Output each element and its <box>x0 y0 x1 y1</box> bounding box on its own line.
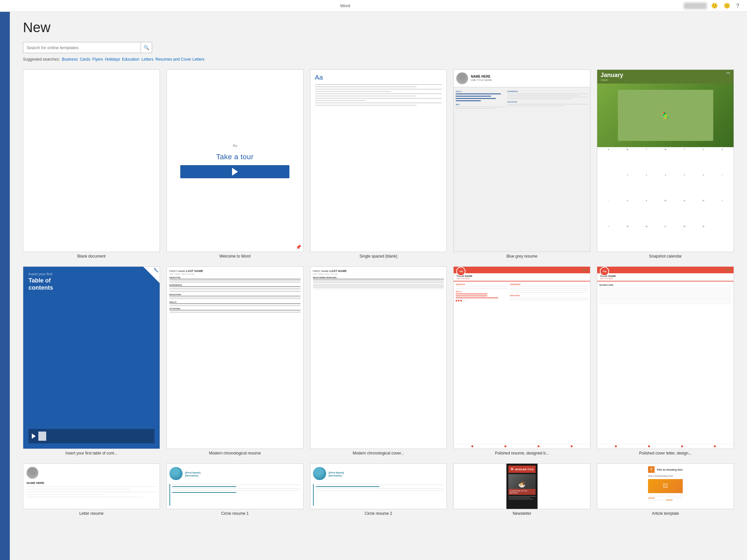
mcr-experience: EXPERIENCE <box>170 284 301 292</box>
template-nl-thumb[interactable]: ✕ HEADLINE TITLE 🍜 TO RESPOND TO THIS ME… <box>453 463 590 509</box>
toc-arrow-icon <box>32 433 36 439</box>
ss-line-2 <box>315 86 417 87</box>
template-pc-thumb[interactable]: YN MOO YOUR NAME JOB TITLE HERE RECIPIEN… <box>597 266 734 449</box>
template-single-spaced-thumb[interactable]: Aa <box>310 70 447 252</box>
smile-icon[interactable]: 🙂 <box>710 2 719 9</box>
suggested-holidays[interactable]: Holidays <box>105 57 120 61</box>
pr-dots <box>456 300 509 301</box>
template-modern-chrono-resume[interactable]: FIRST NAME LAST NAME email · website · p… <box>166 266 304 455</box>
template-cal-thumb[interactable]: January YEAR Title 🦜 S M T W <box>597 70 734 252</box>
template-letter-resume[interactable]: NAME HERE Letter resume <box>23 463 160 516</box>
suggested-flyers[interactable]: Flyers <box>92 57 103 61</box>
cal-dh-t1: T <box>637 149 656 173</box>
cal-title-section: Title <box>726 72 730 74</box>
top-bar-right: 🙂 🙁 ? <box>684 2 741 9</box>
template-modern-chrono-cover[interactable]: FIRST NAME LAST NAME email · website · p… <box>310 266 447 455</box>
cr1-header: [First Name] [Surname] <box>170 467 301 481</box>
pr-content: YN MOO YOUR NAME JOB TITLE HERE OBJECTIV… <box>454 267 590 449</box>
page-title: New <box>23 20 734 35</box>
cr1-l5 <box>172 492 236 493</box>
cr1-name-block: [First Name] [Surname] <box>185 471 201 477</box>
pr-left-col: OBJECTIVE SKILLS <box>456 283 509 444</box>
template-welcome-to-word[interactable]: Aa Take a tour 📌 Welcome to Word <box>166 70 304 259</box>
template-art-label: Article template <box>652 511 679 516</box>
template-lr-thumb[interactable]: NAME HERE <box>23 463 160 509</box>
pc-l4 <box>599 294 731 294</box>
template-polished-resume[interactable]: YN MOO YOUR NAME JOB TITLE HERE OBJECTIV… <box>453 266 590 455</box>
template-newsletter[interactable]: ✕ HEADLINE TITLE 🍜 TO RESPOND TO THIS ME… <box>453 463 590 516</box>
cr2-firstname: [First Name] <box>329 471 344 474</box>
pc-top-bar: YN MOO <box>597 267 733 273</box>
template-circle-resume-1[interactable]: [First Name] [Surname] Circle resume 1 <box>166 463 304 516</box>
template-single-spaced[interactable]: Aa Single spaced (blank) <box>310 70 447 259</box>
lr-line-1 <box>27 486 156 487</box>
frown-icon[interactable]: 🙁 <box>722 2 731 9</box>
toc-insert-text: Insert your first <box>28 272 154 276</box>
template-art-thumb[interactable]: T Title as Heading Size Add a SubHeading… <box>597 463 734 509</box>
pr-footer-dot-4 <box>571 445 573 447</box>
cal-dh-m: M <box>618 149 637 173</box>
template-polished-cover[interactable]: YN MOO YOUR NAME JOB TITLE HERE RECIPIEN… <box>597 266 734 455</box>
search-button[interactable]: 🔍 <box>141 42 152 53</box>
suggested-business[interactable]: Business <box>62 57 78 61</box>
cr1-firstname: [First Name] <box>185 471 201 474</box>
template-snapshot-calendar[interactable]: January YEAR Title 🦜 S M T W <box>597 70 734 259</box>
template-article[interactable]: T Title as Heading Size Add a SubHeading… <box>597 463 734 516</box>
cr1-photo <box>170 467 183 480</box>
template-mcc-thumb[interactable]: FIRST NAME LAST NAME email · website · p… <box>310 266 447 449</box>
suggested-cards[interactable]: Cards <box>80 57 90 61</box>
template-toc-thumb[interactable]: New Insert your first Table ofcontents <box>23 266 160 449</box>
help-icon[interactable]: ? <box>735 2 741 9</box>
pr-edu-l2 <box>510 299 588 300</box>
pc-l6 <box>599 297 731 298</box>
suggested-resumes[interactable]: Resumes and Cover Letters <box>155 57 204 61</box>
suggested-label: Suggested searches: <box>23 57 60 61</box>
template-welcome-thumb[interactable]: Aa Take a tour 📌 <box>166 70 304 252</box>
ss-line-5 <box>315 94 442 94</box>
pr-dot-3 <box>460 300 462 301</box>
mcr-edu-l2 <box>170 298 301 298</box>
pc-footer-dot-3 <box>681 445 683 447</box>
bgr-right-col: EXPERIENCE EDUCATION <box>507 89 588 250</box>
pin-icon[interactable]: 📌 <box>295 244 301 250</box>
template-cr1-thumb[interactable]: [First Name] [Surname] <box>166 463 304 509</box>
template-cr2-thumb[interactable]: [First Name] [Surname] <box>310 463 447 509</box>
cr2-lastname: [Surname] <box>329 474 344 477</box>
art-l3 <box>648 500 665 500</box>
suggested-searches: Suggested searches: Business Cards Flyer… <box>23 57 734 61</box>
template-blank-document[interactable]: Blank document <box>23 70 160 259</box>
mcr-name: FIRST NAME LAST NAME <box>170 269 301 273</box>
search-input[interactable] <box>23 42 141 53</box>
cal-dh-t2: T <box>675 149 694 173</box>
template-mcr-thumb[interactable]: FIRST NAME LAST NAME email · website · p… <box>166 266 304 449</box>
search-container: 🔍 <box>23 42 734 53</box>
cal-dh-s2: S <box>713 149 731 173</box>
suggested-letters[interactable]: Letters <box>141 57 154 61</box>
pr-footer-dot-3 <box>538 445 540 447</box>
template-toc[interactable]: New Insert your first Table ofcontents I… <box>23 266 160 455</box>
pr-exp-l3 <box>510 290 588 291</box>
pc-header: YOUR NAME JOB TITLE HERE <box>597 273 733 282</box>
suggested-education[interactable]: Education <box>122 57 139 61</box>
toc-arrow-box <box>28 429 154 443</box>
pr-right-col: EXPERIENCE EDUCATION <box>510 283 588 444</box>
pc-name-section: YOUR NAME JOB TITLE HERE <box>600 273 731 279</box>
nl-food-icon: 🍜 <box>518 481 525 488</box>
mcr-objective: OBJECTIVE <box>170 276 301 283</box>
template-blank-thumb[interactable] <box>23 70 160 252</box>
template-pr-thumb[interactable]: YN MOO YOUR NAME JOB TITLE HERE OBJECTIV… <box>453 266 590 449</box>
art-title: Title as Heading Size <box>656 468 682 471</box>
pr-header: YOUR NAME JOB TITLE HERE <box>454 273 590 282</box>
template-pr-label: Polished resume, designed b... <box>495 451 549 455</box>
template-bgr-thumb[interactable]: NAME HERE JOB TITLE HERE SKILLS INFO <box>453 70 590 252</box>
pr-exp-l1 <box>510 286 588 287</box>
template-blue-grey-resume[interactable]: NAME HERE JOB TITLE HERE SKILLS INFO <box>453 70 590 259</box>
mcc-content: FIRST NAME LAST NAME email · website · p… <box>310 267 447 449</box>
pr-body: OBJECTIVE SKILLS <box>454 283 590 444</box>
main-content: New 🔍 Suggested searches: Business Cards… <box>10 12 747 560</box>
template-circle-resume-2[interactable]: [First Name] [Surname] Circle resume 2 <box>310 463 447 516</box>
pc-moo-badge: MOO <box>726 269 731 271</box>
cal-content: January YEAR Title 🦜 S M T W <box>597 70 733 252</box>
mcr-edu-l1 <box>170 297 301 297</box>
pr-footer-dot-2 <box>505 445 507 447</box>
